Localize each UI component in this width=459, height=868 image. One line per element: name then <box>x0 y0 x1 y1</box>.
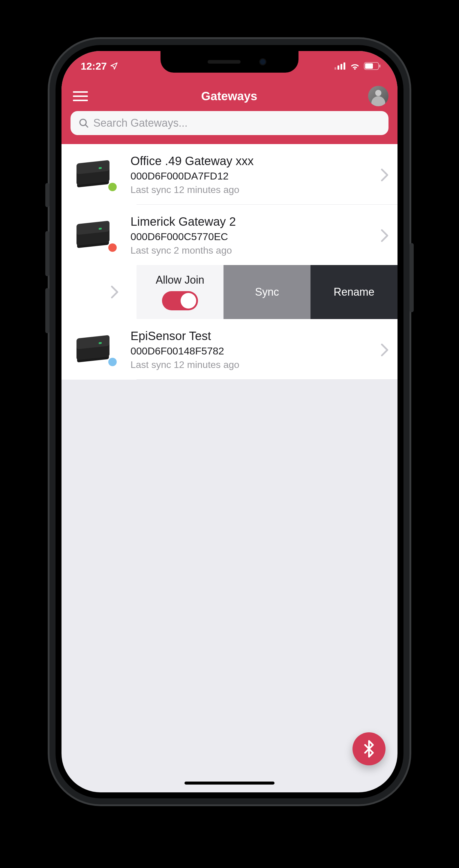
sync-action[interactable]: Sync <box>224 265 310 319</box>
home-indicator[interactable] <box>185 781 274 784</box>
bluetooth-fab[interactable] <box>353 732 386 765</box>
wifi-icon <box>350 62 360 70</box>
row-actions: Allow Join Sync Rename <box>62 265 397 319</box>
search-field[interactable] <box>70 111 389 135</box>
allow-join-action[interactable]: Allow Join <box>136 265 224 319</box>
allow-join-label: Allow Join <box>156 274 204 286</box>
svg-rect-0 <box>334 67 336 70</box>
gateway-sync: Last sync 2 months ago <box>131 245 378 256</box>
gateway-list: Office .49 Gateway xxx 000D6F000DA7FD12 … <box>62 144 397 380</box>
collapse-actions[interactable] <box>62 265 136 319</box>
cellular-icon <box>334 62 346 70</box>
profile-avatar[interactable] <box>368 86 389 106</box>
gateway-sync: Last sync 12 minutes ago <box>131 184 378 195</box>
gateway-name: EpiSensor Test <box>131 329 378 343</box>
menu-button[interactable] <box>70 89 90 103</box>
status-dot <box>108 243 117 252</box>
chevron-right-icon <box>381 168 389 182</box>
rename-label: Rename <box>334 286 374 298</box>
gateway-serial: 000D6F00148F5782 <box>131 345 378 357</box>
gateway-row[interactable]: EpiSensor Test 000D6F00148F5782 Last syn… <box>62 319 397 379</box>
row-divider <box>136 379 397 380</box>
gateway-sync: Last sync 12 minutes ago <box>131 359 378 370</box>
device-notch <box>161 51 298 73</box>
svg-rect-2 <box>340 64 342 70</box>
gateway-row[interactable]: Office .49 Gateway xxx 000D6F000DA7FD12 … <box>62 144 397 205</box>
phone-power-button <box>409 243 414 312</box>
svg-line-8 <box>86 125 88 127</box>
allow-join-toggle[interactable] <box>162 291 198 310</box>
chevron-right-icon <box>111 285 119 299</box>
gateway-row[interactable]: Limerick Gateway 2 000D6F000C5770EC Last… <box>62 205 397 265</box>
gateway-name: Office .49 Gateway xxx <box>131 154 378 168</box>
phone-volume-up <box>45 231 50 276</box>
phone-silence-switch <box>45 183 50 207</box>
sync-label: Sync <box>255 286 279 298</box>
location-icon <box>110 62 118 70</box>
search-input[interactable] <box>93 117 381 129</box>
gateway-device-icon <box>73 335 116 365</box>
gateway-device-icon <box>73 160 116 190</box>
search-icon <box>78 118 89 128</box>
svg-rect-1 <box>337 65 339 70</box>
svg-rect-3 <box>343 62 345 70</box>
phone-volume-down <box>45 288 50 333</box>
status-time: 12:27 <box>81 60 107 72</box>
chevron-right-icon <box>381 229 389 242</box>
status-dot <box>108 358 117 366</box>
status-dot <box>108 183 117 191</box>
bluetooth-icon <box>361 740 376 758</box>
gateway-serial: 000D6F000DA7FD12 <box>131 170 378 182</box>
page-title: Gateways <box>201 89 257 103</box>
gateway-name: Limerick Gateway 2 <box>131 215 378 228</box>
svg-rect-5 <box>365 63 373 69</box>
svg-rect-6 <box>379 65 381 67</box>
battery-icon <box>364 62 381 70</box>
chevron-right-icon <box>381 343 389 356</box>
gateway-device-icon <box>73 221 116 251</box>
gateway-serial: 000D6F000C5770EC <box>131 231 378 243</box>
rename-action[interactable]: Rename <box>310 265 397 319</box>
